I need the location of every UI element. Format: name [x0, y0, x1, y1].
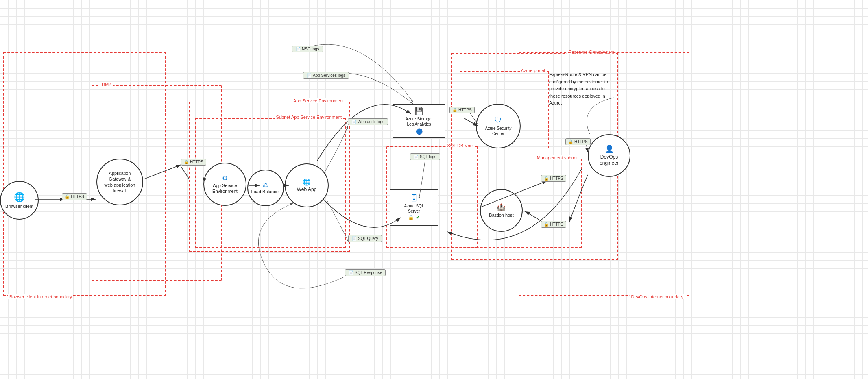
sql-query-label: SQL Query [358, 236, 378, 241]
lock-icon-1: 🔒 [65, 194, 70, 199]
nsg-logs-label: NSG logs [302, 47, 319, 51]
subnet-ase-label: Subnet App Service Environment [275, 115, 343, 120]
https-label-6: HTTPS [574, 139, 588, 144]
doc-icon-query: 📄 [352, 236, 357, 241]
azure-sql-label: Azure SQL Server [404, 203, 424, 214]
browser-client-icon: 🌐 [5, 192, 33, 203]
devops-label: DevOps engineer [600, 154, 619, 167]
sql-logs-label: SQL logs [420, 155, 436, 159]
ase-node: ⚙ App Service Environment [203, 163, 246, 206]
load-balancer-node: ⚖ Load Balancer [247, 170, 284, 206]
load-balancer-icon: ⚖ [251, 181, 280, 189]
web-app-node: 🌐 Web App [285, 163, 329, 207]
doc-icon-sql: 📄 [414, 155, 419, 159]
https-badge-2: 🔒 HTTPS [181, 159, 206, 166]
azure-security-node: 🛡 Azure Security Center [476, 104, 521, 148]
sql-response-label: SQL Response [355, 270, 382, 275]
azure-sql-node: 🗄 Azure SQL Server 🔒 ✔ [390, 189, 438, 226]
ase-label: App Service Environment [212, 183, 238, 194]
web-audit-logs-badge: 📄 Web audit logs [348, 118, 388, 125]
https-badge-5: 🔒 HTTPS [541, 221, 566, 228]
dmz-label: DMZ [100, 82, 113, 87]
app-services-logs-badge: 📄 App Services logs [303, 72, 349, 79]
lock-icon-3: 🔒 [452, 108, 457, 112]
https-badge-1: 🔒 HTTPS [62, 193, 87, 200]
doc-icon-nsg: 📄 [296, 47, 301, 51]
sql-response-badge: 📄 SQL Response [345, 269, 386, 276]
web-audit-logs-label: Web audit logs [358, 120, 384, 124]
https-label-3: HTTPS [458, 108, 472, 112]
browser-client-label: Browser client [5, 203, 33, 209]
diagram-container: Bowser client internet boundary DMZ App … [0, 0, 868, 379]
sql-query-badge: 📄 SQL Query [348, 235, 382, 242]
bastion-host-node: 🏰 Bastion host [480, 189, 523, 232]
doc-icon-response: 📄 [349, 270, 353, 275]
nsg-logs-badge: 📄 NSG logs [292, 46, 323, 52]
ase-label: App Service Environment [292, 98, 345, 103]
browser-boundary-label: Bowser client internet boundary [8, 294, 73, 299]
doc-icon-web: 📄 [351, 120, 356, 124]
doc-icon-app: 📄 [307, 73, 312, 78]
lock-icon-6: 🔒 [568, 139, 573, 144]
bastion-label: Bastion host [489, 212, 514, 218]
express-route-annotation: ExpressRoute & VPN can be configured by … [549, 71, 614, 107]
https-label-1: HTTPS [71, 194, 84, 199]
devops-icon: 👤 [600, 144, 619, 154]
azure-storage-label: Azure Storage: Log Analytics [406, 116, 433, 127]
lock-icon-2: 🔒 [184, 160, 189, 164]
lock-icon-5: 🔒 [544, 222, 549, 227]
ase-icon: ⚙ [212, 174, 238, 183]
azure-security-icon: 🛡 [485, 116, 511, 125]
web-app-icon: 🌐 [297, 178, 316, 187]
azure-security-label: Azure Security Center [485, 126, 511, 136]
app-gateway-node: Application Gateway & web application fi… [96, 159, 143, 205]
https-badge-6: 🔒 HTTPS [565, 138, 591, 145]
https-badge-4: 🔒 HTTPS [541, 175, 566, 182]
browser-client-node: 🌐 Browser client [0, 181, 39, 220]
bastion-icon: 🏰 [489, 203, 514, 212]
https-label-4: HTTPS [550, 176, 563, 181]
azure-sql-icon: 🗄 [404, 194, 424, 203]
https-badge-3: 🔒 HTTPS [449, 107, 475, 113]
devops-engineer-node: 👤 DevOps engineer [588, 134, 630, 177]
azure-storage-node: 💾 Azure Storage: Log Analytics 🔵 [393, 104, 445, 138]
app-services-logs-label: App Services logs [313, 73, 345, 78]
lock-icon-4: 🔒 [544, 176, 549, 181]
devops-boundary-label: DevOps internet boundary [630, 294, 685, 299]
sql-logs-badge: 📄 SQL logs [410, 153, 440, 160]
https-label-2: HTTPS [190, 160, 203, 164]
app-gateway-label: Application Gateway & web application fi… [105, 170, 135, 194]
web-app-label: Web App [297, 187, 316, 193]
azure-storage-icon: 💾 [406, 107, 433, 116]
https-label-5: HTTPS [550, 222, 563, 227]
load-balancer-label: Load Balancer [251, 189, 280, 194]
